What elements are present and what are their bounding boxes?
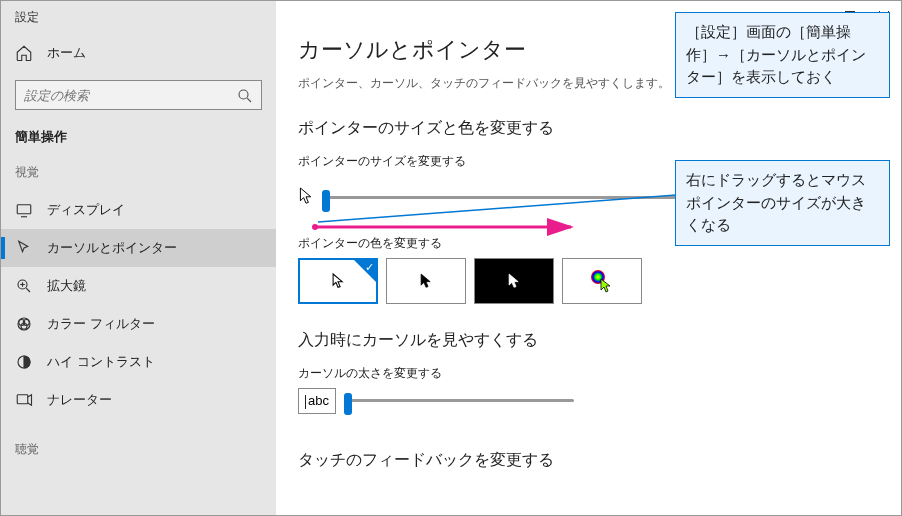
color-filter-icon — [15, 315, 33, 333]
search-box[interactable] — [15, 80, 262, 110]
section-cursor: 入力時にカーソルを見やすくする — [298, 330, 879, 351]
pointer-color-options: ✓ — [298, 258, 879, 304]
section-touch: タッチのフィードバックを変更する — [298, 450, 879, 471]
sidebar-item-label: 拡大鏡 — [47, 277, 86, 295]
sidebar-item-high-contrast[interactable]: ハイ コントラスト — [1, 343, 276, 381]
color-option-custom[interactable] — [562, 258, 642, 304]
section-pointer: ポインターのサイズと色を変更する — [298, 118, 879, 139]
narrator-icon — [15, 391, 33, 409]
home-icon — [15, 44, 33, 62]
callout-2: 右にドラッグするとマウスポインターのサイズが大きくなる — [675, 160, 890, 246]
color-option-white[interactable]: ✓ — [298, 258, 378, 304]
sidebar-item-magnifier[interactable]: 拡大鏡 — [1, 267, 276, 305]
sidebar-item-cursor-pointer[interactable]: カーソルとポインター — [1, 229, 276, 267]
svg-line-5 — [26, 288, 30, 292]
category-label: 簡単操作 — [15, 128, 262, 146]
sidebar-item-narrator[interactable]: ナレーター — [1, 381, 276, 419]
slider-thumb[interactable] — [322, 190, 330, 212]
search-input[interactable] — [15, 80, 262, 110]
high-contrast-icon — [15, 353, 33, 371]
sidebar-item-label: ハイ コントラスト — [47, 353, 155, 371]
sidebar-item-display[interactable]: ディスプレイ — [1, 191, 276, 229]
app-title: 設定 — [15, 9, 262, 26]
sidebar-item-color-filter[interactable]: カラー フィルター — [1, 305, 276, 343]
cursor-small-icon — [298, 186, 314, 209]
sidebar-item-label: カラー フィルター — [47, 315, 155, 333]
callout-1: ［設定］画面の［簡単操作］→［カーソルとポインター］を表示しておく — [675, 12, 890, 98]
color-option-inverted[interactable] — [474, 258, 554, 304]
sidebar-item-label: カーソルとポインター — [47, 239, 177, 257]
sidebar-item-label: ディスプレイ — [47, 201, 125, 219]
svg-rect-13 — [17, 395, 28, 404]
home-label: ホーム — [47, 44, 86, 62]
cursor-thickness-row: abc — [298, 388, 879, 414]
cursor-preview: abc — [298, 388, 336, 414]
search-icon — [236, 87, 254, 105]
home-link[interactable]: ホーム — [15, 40, 262, 66]
cursor-thickness-slider[interactable] — [344, 399, 574, 402]
sidebar: 設定 ホーム 簡単操作 視覚 ディスプレイ — [1, 1, 276, 515]
slider-thumb[interactable] — [344, 393, 352, 415]
cursor-icon — [15, 239, 33, 257]
sidebar-item-label: ナレーター — [47, 391, 112, 409]
svg-point-0 — [239, 90, 248, 99]
magnifier-icon — [15, 277, 33, 295]
display-icon — [15, 201, 33, 219]
group-hearing: 聴覚 — [1, 441, 276, 468]
svg-line-1 — [247, 98, 251, 102]
color-option-black[interactable] — [386, 258, 466, 304]
label-cursor-thickness: カーソルの太さを変更する — [298, 365, 879, 382]
group-vision: 視覚 — [1, 164, 276, 191]
svg-rect-2 — [17, 205, 31, 214]
